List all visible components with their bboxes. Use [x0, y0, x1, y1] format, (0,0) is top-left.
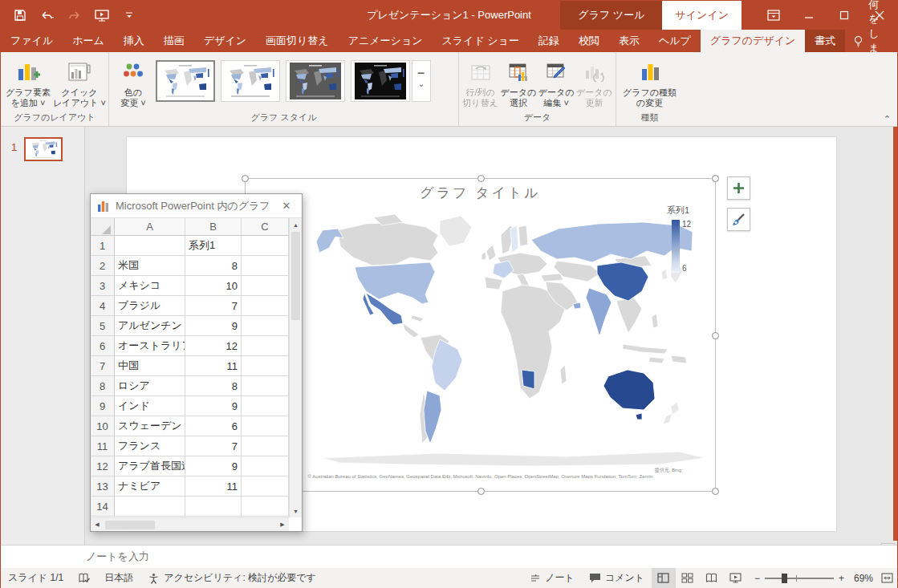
slideshow-view-button[interactable] [724, 568, 748, 588]
cell-b1[interactable]: 系列1 [185, 236, 242, 256]
tab-animations[interactable]: アニメーション [339, 30, 433, 52]
column-header-b[interactable]: B [185, 218, 242, 236]
cell-empty[interactable] [242, 256, 289, 276]
cell-country[interactable]: 中国 [115, 356, 185, 376]
map-country-tasmania[interactable] [636, 413, 642, 420]
cell-empty[interactable] [242, 296, 289, 316]
chart-legend[interactable]: 系列1 12 6 [667, 205, 704, 273]
tab-help[interactable]: ヘルプ [649, 30, 701, 52]
ribbon-display-options-icon[interactable] [756, 1, 791, 30]
cell-country[interactable]: オーストラリア [115, 336, 185, 356]
cell-value[interactable]: 7 [185, 296, 242, 316]
undo-icon[interactable] [39, 7, 55, 23]
sheet-horizontal-scrollbar[interactable]: ◀ ▶ [91, 517, 289, 531]
cell-country[interactable]: アラブ首長国連邦 [115, 456, 185, 476]
cell-country[interactable]: アルゼンチン [115, 316, 185, 336]
redo-icon[interactable] [67, 7, 83, 23]
cell-empty[interactable] [242, 416, 289, 436]
chart-data-window-titlebar[interactable]: Microsoft PowerPoint 内のグラフ ✕ [91, 194, 302, 218]
resize-handle-s[interactable] [477, 488, 485, 495]
cell-country[interactable]: メキシコ [115, 276, 185, 296]
chart-styles-more-button[interactable]: ▔⌄ [412, 60, 431, 102]
map-country-australia[interactable] [603, 370, 655, 410]
cell-value[interactable]: 12 [185, 336, 242, 356]
cell-value[interactable]: 11 [185, 356, 242, 376]
cell-country[interactable]: ブラジル [115, 296, 185, 316]
column-header-c[interactable]: C [242, 218, 289, 236]
column-header-a[interactable]: A [115, 218, 185, 236]
start-slideshow-icon[interactable] [94, 7, 110, 23]
cell-empty[interactable] [242, 356, 289, 376]
cell-empty[interactable] [242, 376, 289, 396]
cell-empty[interactable] [242, 316, 289, 336]
tab-home[interactable]: ホーム [63, 30, 114, 52]
cell-value[interactable]: 9 [185, 316, 242, 336]
cell-value[interactable]: 9 [185, 396, 242, 416]
select-data-button[interactable]: データの 選択 [500, 56, 536, 108]
slide-sorter-view-button[interactable] [676, 568, 700, 588]
tab-review[interactable]: 校閲 [569, 30, 609, 52]
tab-slideshow[interactable]: スライド ショー [432, 30, 528, 52]
collapse-ribbon-icon[interactable]: ⌃ [884, 114, 891, 124]
chart-data-close-icon[interactable]: ✕ [278, 200, 295, 212]
row-number[interactable]: 2 [91, 256, 115, 276]
quick-layout-button[interactable]: クイック レイアウト ˅ [54, 56, 105, 108]
normal-view-button[interactable] [652, 568, 676, 588]
cell-empty[interactable] [242, 456, 289, 476]
row-number[interactable]: 13 [91, 476, 115, 497]
cell-empty[interactable] [242, 436, 289, 456]
scroll-right-icon[interactable]: ▶ [276, 521, 289, 528]
row-number[interactable]: 8 [91, 376, 115, 396]
chart-style-3[interactable] [286, 60, 345, 102]
row-number[interactable]: 6 [91, 336, 115, 356]
resize-handle-e[interactable] [712, 332, 719, 339]
row-number[interactable]: 9 [91, 396, 115, 416]
tab-design[interactable]: デザイン [194, 30, 256, 52]
cell-empty[interactable] [242, 476, 289, 497]
tab-format[interactable]: 書式 [805, 30, 845, 52]
map-country-namibia[interactable] [522, 370, 534, 389]
chart-style-4[interactable] [351, 60, 410, 102]
map-country-sweden[interactable] [510, 225, 518, 253]
row-number[interactable]: 7 [91, 356, 115, 376]
chart-style-2[interactable] [221, 60, 280, 102]
tab-record[interactable]: 記録 [529, 30, 569, 52]
chart-styles-button[interactable] [727, 208, 750, 231]
row-number[interactable]: 4 [91, 296, 115, 316]
cell-a1[interactable] [115, 236, 185, 256]
notes-pane[interactable]: ノートを入力 [1, 545, 897, 568]
zoom-slider[interactable] [765, 578, 834, 579]
zoom-percentage[interactable]: 69% [851, 568, 876, 588]
resize-handle-ne[interactable] [712, 175, 719, 182]
vertical-scroll-thumb[interactable] [291, 232, 300, 320]
slide-thumbnail[interactable] [24, 137, 63, 161]
cell-value[interactable]: 10 [185, 276, 242, 296]
fit-slide-to-window-button[interactable] [876, 573, 897, 583]
cell-empty[interactable] [242, 396, 289, 416]
row-number[interactable]: 12 [91, 456, 115, 476]
change-chart-type-button[interactable]: グラフの種類 の変更 [620, 56, 680, 108]
cell-empty[interactable] [242, 497, 289, 517]
spellcheck-icon[interactable] [71, 568, 97, 588]
tab-view[interactable]: 表示 [609, 30, 649, 52]
resize-handle-n[interactable] [477, 175, 485, 182]
customize-qat-icon[interactable] [121, 7, 137, 23]
cell-c1[interactable] [242, 236, 289, 256]
reading-view-button[interactable] [700, 568, 724, 588]
cell-country[interactable] [115, 497, 185, 517]
cell-country[interactable]: 米国 [115, 256, 185, 276]
tab-insert[interactable]: 挿入 [114, 30, 154, 52]
cell-country[interactable]: ロシア [115, 376, 185, 396]
notes-toggle[interactable]: ノート [522, 568, 582, 588]
chart-style-1[interactable] [156, 60, 215, 102]
cell-value[interactable]: 8 [185, 376, 242, 396]
zoom-out-button[interactable]: − [754, 573, 760, 584]
resize-handle-se[interactable] [712, 488, 719, 495]
cell-value[interactable] [185, 497, 242, 517]
comments-toggle[interactable]: コメント [582, 568, 652, 588]
scroll-down-icon[interactable]: ▼ [290, 505, 302, 517]
row-number[interactable]: 14 [91, 497, 115, 517]
map-chart[interactable]: グラフ タイトル [245, 178, 716, 492]
zoom-in-button[interactable]: + [839, 573, 844, 584]
sign-in-button[interactable]: サインイン [662, 1, 742, 30]
